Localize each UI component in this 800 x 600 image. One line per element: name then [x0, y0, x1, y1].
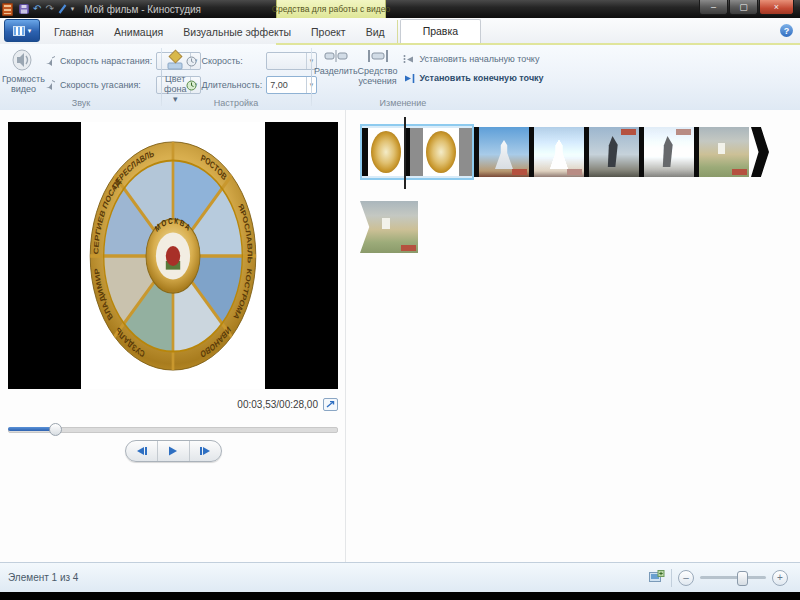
- redo-icon[interactable]: ↷: [45, 4, 53, 14]
- clip-caption: [567, 169, 582, 175]
- window-title: Мой фильм - Киностудия: [84, 4, 201, 15]
- timeline-clip-church[interactable]: [479, 127, 529, 177]
- storyboard-pane: [346, 110, 800, 563]
- main-area: РОСТОВЯРОСЛАВЛЬКОСТРОМАИВАНОВОСУЗДАЛЬВЛА…: [0, 110, 800, 563]
- tab-list: ГлавнаяАнимацияВизуальные эффектыПроектВ…: [44, 18, 481, 44]
- ribbon: Громкость видео Скорость нарастания: ▾ С…: [0, 44, 800, 111]
- qat-dropdown-icon[interactable]: ▾: [71, 4, 75, 14]
- set-end-icon: [403, 74, 415, 83]
- timecode-row: 00:03,53/00:28,00: [8, 398, 338, 411]
- file-menu-button[interactable]: ▾: [4, 19, 40, 42]
- ribbon-group-editing: Разделить Средство усечения Установить н…: [314, 44, 492, 110]
- tab-проект[interactable]: Проект: [301, 21, 356, 44]
- timecode: 00:03,53/00:28,00: [237, 399, 318, 410]
- video-volume-button[interactable]: Громкость видео: [2, 44, 45, 94]
- playback-pill: [125, 440, 222, 462]
- timeline-clip-aerial[interactable]: [360, 201, 418, 253]
- set-end-point-button[interactable]: Установить конечную точку: [403, 73, 543, 83]
- fullscreen-icon[interactable]: [323, 398, 338, 411]
- trim-tool-button[interactable]: Средство усечения: [358, 44, 398, 86]
- duration-row: Длительность: 7,00 ▾: [186, 76, 317, 94]
- group-label-settings: Настройка: [164, 98, 308, 108]
- contextual-divider: [397, 20, 398, 44]
- seek-fill: [8, 427, 54, 431]
- clip-caption: [621, 129, 636, 135]
- play-button[interactable]: [158, 441, 190, 461]
- group-divider: [161, 48, 162, 106]
- ribbon-group-settings: Цвет фона ▾ Скорость: ▾ Длительность:: [164, 44, 308, 110]
- next-frame-button[interactable]: [190, 441, 221, 461]
- divider: [671, 569, 672, 587]
- duration-input[interactable]: 7,00 ▾: [266, 76, 317, 94]
- group-label-sound: Звук: [2, 98, 160, 108]
- seek-thumb[interactable]: [49, 423, 62, 436]
- zoom-fit-icon[interactable]: [649, 569, 665, 587]
- chevron-down-icon: ▾: [28, 27, 32, 35]
- title-bar: ↶ ↷ ▾ Мой фильм - Киностудия Средства дл…: [0, 0, 800, 18]
- video-preview: РОСТОВЯРОСЛАВЛЬКОСТРОМАИВАНОВОСУЗДАЛЬВЛА…: [8, 122, 338, 389]
- seek-bar[interactable]: [8, 424, 338, 434]
- speed-label: Скорость:: [201, 56, 262, 66]
- zoom-out-button[interactable]: –: [678, 570, 694, 586]
- background-color-button[interactable]: Цвет фона ▾: [164, 44, 186, 104]
- tab-визуальные-эффекты[interactable]: Визуальные эффекты: [173, 21, 301, 44]
- group-label-editing: Изменение: [314, 98, 492, 108]
- maximize-button[interactable]: ▢: [729, 0, 758, 15]
- zoom-controls: – +: [649, 569, 788, 587]
- zoom-slider-thumb[interactable]: [737, 571, 748, 586]
- film-icon: [13, 26, 25, 36]
- storyboard-track: [360, 125, 769, 179]
- set-start-icon: [403, 55, 415, 64]
- close-button[interactable]: ×: [759, 0, 794, 15]
- duration-clock-icon: [186, 80, 197, 91]
- split-icon: [324, 49, 348, 63]
- selected-clip-group[interactable]: [360, 124, 474, 180]
- tab-active-правка[interactable]: Правка: [400, 19, 481, 44]
- timeline-clip-aerial[interactable]: [699, 127, 749, 177]
- save-icon[interactable]: [19, 4, 29, 14]
- clock-icon: [186, 56, 197, 67]
- previous-frame-button[interactable]: [126, 441, 158, 461]
- tab-главная[interactable]: Главная: [44, 21, 104, 44]
- speed-select[interactable]: ▾: [266, 52, 317, 70]
- timeline-clip-wheel[interactable]: [368, 128, 404, 176]
- clip-caption: [401, 245, 416, 251]
- storyboard-track-overflow: [360, 200, 418, 254]
- split-button[interactable]: Разделить: [314, 44, 358, 76]
- zoom-slider[interactable]: [700, 576, 766, 579]
- clip-caption: [512, 169, 527, 175]
- tab-вид[interactable]: Вид: [356, 21, 395, 44]
- zoom-in-button[interactable]: +: [772, 570, 788, 586]
- transition-gap: [410, 128, 423, 176]
- bottom-border: [0, 592, 800, 600]
- quick-access-toolbar: ↶ ↷ ▾: [19, 4, 74, 14]
- paint-bucket-icon: [164, 49, 186, 71]
- tab-анимация[interactable]: Анимация: [104, 21, 173, 44]
- fade-out-label: Скорость угасания:: [60, 80, 152, 90]
- track-continue-arrow: [751, 127, 769, 177]
- clip-caption: [732, 169, 747, 175]
- playhead[interactable]: [404, 117, 406, 189]
- preview-frame: РОСТОВЯРОСЛАВЛЬКОСТРОМАИВАНОВОСУЗДАЛЬВЛА…: [81, 122, 265, 389]
- timeline-clip-wheel[interactable]: [423, 128, 459, 176]
- status-item-count: Элемент 1 из 4: [8, 572, 649, 583]
- minimize-button[interactable]: –: [699, 0, 728, 15]
- duration-label: Длительность:: [201, 80, 262, 90]
- ribbon-tab-row: ▾ ГлавнаяАнимацияВизуальные эффектыПроек…: [0, 18, 800, 45]
- contextual-tab-header: Средства для работы с видео: [276, 0, 386, 18]
- clip-caption: [676, 129, 691, 135]
- status-bar: Элемент 1 из 4 – +: [0, 562, 800, 592]
- undo-icon[interactable]: ↶: [33, 4, 41, 14]
- help-icon[interactable]: ?: [780, 24, 793, 37]
- group-divider: [311, 48, 312, 106]
- timeline-clip-monument[interactable]: [589, 127, 639, 177]
- speaker-icon: [11, 49, 35, 71]
- set-start-point-button[interactable]: Установить начальную точку: [403, 54, 543, 64]
- timeline-clip-monument-faded[interactable]: [644, 127, 694, 177]
- pen-icon[interactable]: [58, 4, 67, 14]
- app-icon[interactable]: [2, 3, 13, 16]
- ribbon-group-sound: Громкость видео Скорость нарастания: ▾ С…: [2, 44, 160, 110]
- movie-maker-window: ↶ ↷ ▾ Мой фильм - Киностудия Средства дл…: [0, 0, 800, 600]
- timeline-clip-church-faded[interactable]: [534, 127, 584, 177]
- trim-icon: [366, 49, 390, 63]
